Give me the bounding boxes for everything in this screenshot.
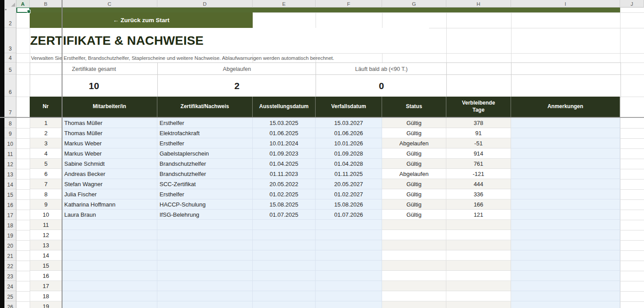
row-header-21[interactable]: 21	[4, 250, 16, 261]
row-header-6[interactable]: 6	[4, 74, 16, 97]
cell-cert[interactable]: Brandschutzhelfer	[157, 169, 253, 179]
row-header-15[interactable]: 15	[4, 189, 16, 199]
row-header-18[interactable]: 18	[4, 220, 16, 230]
cell-name[interactable]: Thomas Müller	[62, 118, 157, 128]
stat-empty-cell[interactable]	[511, 74, 621, 97]
cell-issued[interactable]: 15.08.2025	[253, 199, 316, 210]
cell-cert[interactable]	[157, 220, 253, 230]
stat-expired-value[interactable]: 2	[157, 74, 316, 97]
cell-issued[interactable]	[253, 240, 316, 250]
cell-name[interactable]: Laura Braun	[62, 210, 157, 220]
cell-status[interactable]: Gültig	[382, 128, 446, 138]
cell-name[interactable]: Thomas Müller	[62, 128, 157, 138]
column-header-G[interactable]: G	[382, 0, 446, 8]
row-header-26[interactable]: 26	[4, 301, 16, 308]
cell-name[interactable]	[62, 220, 157, 230]
cell-issued[interactable]: 15.03.2025	[253, 118, 316, 128]
cell-status[interactable]: Abgelaufen	[382, 169, 446, 179]
cell-issued[interactable]: 01.11.2023	[253, 169, 316, 179]
stat-total-certificates-label[interactable]: Zertifikate gesamt	[30, 62, 158, 75]
cell-cert[interactable]	[157, 240, 253, 250]
cell-expires[interactable]	[316, 261, 382, 271]
cell-name[interactable]: Markus Weber	[62, 138, 157, 148]
cell-cert[interactable]: IfSG-Belehrung	[157, 210, 253, 220]
cell-issued[interactable]	[253, 230, 316, 240]
column-header-C[interactable]: C	[62, 0, 157, 8]
cell-issued[interactable]: 01.09.2023	[253, 148, 316, 159]
cell-issued[interactable]	[253, 271, 316, 281]
cell-status[interactable]	[382, 301, 446, 308]
cell-notes[interactable]	[511, 148, 620, 159]
cell-nr[interactable]: 17	[30, 281, 62, 291]
cell-days[interactable]: -121	[446, 169, 511, 179]
cell-expires[interactable]: 10.01.2026	[316, 138, 382, 148]
cell-status[interactable]	[382, 261, 446, 271]
row-header-2[interactable]: 2	[4, 12, 16, 28]
cell-days[interactable]: 91	[446, 128, 511, 138]
cell-expires[interactable]	[316, 291, 382, 301]
cell-name[interactable]: Andreas Becker	[62, 169, 157, 179]
stat-expiring-soon-value[interactable]: 0	[316, 74, 447, 97]
cell-name[interactable]	[62, 281, 157, 291]
cell-notes[interactable]	[511, 240, 620, 250]
table-header-status[interactable]: Status	[382, 97, 446, 117]
cell-nr[interactable]: 2	[30, 128, 62, 138]
cell-notes[interactable]	[511, 199, 620, 210]
cell-issued[interactable]: 10.01.2024	[253, 138, 316, 148]
cell-status[interactable]	[382, 230, 446, 240]
cell-nr[interactable]: 12	[30, 230, 62, 240]
cell-days[interactable]	[446, 271, 511, 281]
cell-expires[interactable]	[316, 240, 382, 250]
cell-cert[interactable]	[157, 271, 253, 281]
cell-name[interactable]	[62, 301, 157, 308]
cell-expires[interactable]: 01.04.2028	[316, 159, 382, 169]
cell-expires[interactable]	[316, 220, 382, 230]
cell-issued[interactable]	[253, 281, 316, 291]
cell-nr[interactable]: 3	[30, 138, 62, 148]
cell-cert[interactable]: HACCP-Schulung	[157, 199, 253, 210]
cell-name[interactable]	[62, 250, 157, 261]
cell-issued[interactable]	[253, 220, 316, 230]
row-header-17[interactable]: 17	[4, 210, 16, 220]
cell-expires[interactable]: 01.11.2025	[316, 169, 382, 179]
cell-days[interactable]	[446, 291, 511, 301]
cell-nr[interactable]: 8	[30, 189, 62, 199]
cell-days[interactable]: 444	[446, 179, 511, 189]
cell-notes[interactable]	[511, 250, 620, 261]
column-header-I[interactable]: I	[511, 0, 620, 8]
cell-expires[interactable]: 01.07.2026	[316, 210, 382, 220]
cell-cert[interactable]: Brandschutzhelfer	[157, 159, 253, 169]
back-to-start-button[interactable]: ← Zurück zum Start	[30, 12, 253, 28]
row-header-10[interactable]: 10	[4, 138, 16, 148]
cell-cert[interactable]: Ersthelfer	[157, 118, 253, 128]
row-header-19[interactable]: 19	[4, 230, 16, 240]
cell-name[interactable]: Markus Weber	[62, 148, 157, 159]
cell-expires[interactable]: 01.06.2026	[316, 128, 382, 138]
cell-cert[interactable]: Ersthelfer	[157, 189, 253, 199]
cell-expires[interactable]	[316, 301, 382, 308]
cell-days[interactable]: 378	[446, 118, 511, 128]
table-header-days[interactable]: Verbleibende Tage	[446, 97, 511, 117]
row-header-22[interactable]: 22	[4, 261, 16, 271]
cell-days[interactable]: 761	[446, 159, 511, 169]
cell-name[interactable]	[62, 240, 157, 250]
cell-cert[interactable]	[157, 261, 253, 271]
row-header-12[interactable]: 12	[4, 159, 16, 169]
row-header-25[interactable]: 25	[4, 291, 16, 301]
cell-name[interactable]	[62, 271, 157, 281]
table-header-cert[interactable]: Zertifikat/Nachweis	[157, 97, 253, 117]
column-header-B[interactable]: B	[30, 0, 62, 8]
cell-notes[interactable]	[511, 230, 620, 240]
cell-days[interactable]	[446, 261, 511, 271]
row-header-5[interactable]: 5	[4, 62, 16, 74]
cell-notes[interactable]	[511, 179, 620, 189]
cell-expires[interactable]: 15.03.2027	[316, 118, 382, 128]
page-subtitle[interactable]: Verwalten Sie Ersthelfer, Brandschutzhel…	[31, 53, 519, 62]
cell-days[interactable]	[446, 250, 511, 261]
cell-days[interactable]	[446, 230, 511, 240]
cell-issued[interactable]: 01.04.2025	[253, 159, 316, 169]
cell-status[interactable]: Gültig	[382, 148, 446, 159]
row-header-7[interactable]: 7	[4, 97, 16, 117]
cell-nr[interactable]: 14	[30, 250, 62, 261]
column-header-D[interactable]: D	[157, 0, 253, 8]
